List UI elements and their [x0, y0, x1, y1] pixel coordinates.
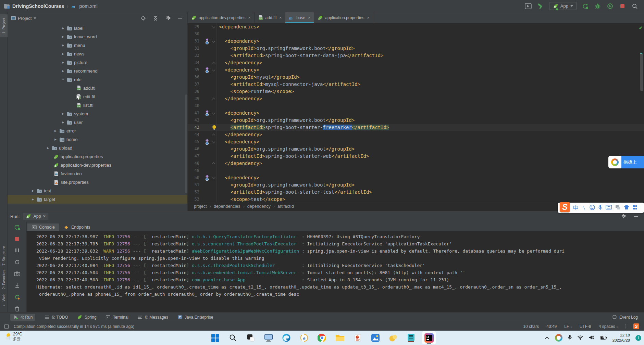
taskbar-app-notebook[interactable] [404, 331, 418, 344]
code-line-40[interactable]: 40 [188, 102, 644, 110]
fold-close-icon[interactable] [212, 162, 215, 166]
code-line-50[interactable]: 50 <dependency> [188, 174, 644, 181]
code-line-41[interactable]: 41 <dependency> [188, 110, 644, 117]
tree-expand-arrow[interactable]: ▶ [53, 138, 58, 141]
profiler-icon[interactable] [606, 2, 614, 10]
pause-icon[interactable] [13, 247, 21, 254]
close-icon[interactable]: × [43, 214, 46, 219]
punctuation-icon[interactable]: ’, [582, 205, 586, 211]
taskbar-clock[interactable]: 22:18 2022/6/28 [612, 333, 630, 343]
encoding-select[interactable]: UTF-8 [580, 324, 591, 329]
gear-icon[interactable] [619, 213, 627, 220]
tree-item-recommend[interactable]: ▶recommend [8, 67, 187, 75]
fold-marker-slot[interactable] [210, 110, 217, 117]
tab-application-dev.properties[interactable]: application-dev.properties× [188, 12, 255, 23]
notification-badge[interactable]: 1 [635, 335, 641, 341]
fold-marker-slot[interactable] [210, 196, 217, 202]
tree-item-test[interactable]: ▶test [8, 187, 187, 195]
stripe-tool-button[interactable]: 2: Favorites [0, 268, 8, 291]
fold-marker-slot[interactable] [210, 45, 217, 52]
fold-open-icon[interactable] [212, 68, 215, 71]
chinese-mode-icon[interactable] [573, 205, 579, 211]
tree-item-home[interactable]: ▶home [8, 135, 187, 144]
clear-all-icon[interactable] [13, 305, 21, 312]
rerun-icon[interactable] [13, 223, 21, 231]
fold-marker-slot[interactable] [210, 174, 217, 181]
project-name[interactable]: DrivingSchoolCourses [12, 3, 64, 9]
editor-scrollbar[interactable] [640, 53, 643, 91]
fold-close-icon[interactable] [212, 98, 215, 101]
build-hammer-icon[interactable] [537, 2, 544, 10]
tree-expand-arrow[interactable]: ▶ [61, 121, 65, 124]
gear-icon[interactable] [164, 14, 172, 22]
tree-expand-arrow[interactable]: ▶ [53, 129, 58, 132]
tree-item-target[interactable]: ▶target [8, 195, 187, 204]
tree-expand-arrow[interactable]: ▶ [46, 146, 50, 150]
rerun-icon[interactable] [582, 2, 589, 10]
debug-icon[interactable] [594, 2, 602, 10]
stripe-project-button[interactable]: 1: Project [0, 14, 8, 37]
tree-item-application-properties[interactable]: application.properties [8, 152, 187, 161]
tray-battery-icon[interactable] [600, 335, 607, 341]
code-line-33[interactable]: 33 <artifactId>spring-boot-starter-data-… [188, 52, 644, 59]
fold-marker-slot[interactable] [210, 23, 217, 30]
code-line-30[interactable]: 30 [188, 30, 644, 38]
sogou-status-icon[interactable]: S [633, 323, 639, 329]
tree-item-error[interactable]: ▶error [8, 127, 187, 135]
tree-item-add-ftl[interactable]: <>add.ftl [8, 84, 187, 92]
tool-button-6-todo[interactable]: 6: TODO [44, 315, 68, 320]
tree-item-favicon-ico[interactable]: favicon.ico [8, 169, 187, 178]
tree-expand-arrow[interactable]: ▶ [61, 27, 65, 30]
view-tab-endpoints[interactable]: Endpoints [60, 223, 95, 231]
tree-expand-arrow[interactable]: ▶ [31, 189, 35, 192]
close-icon[interactable]: × [279, 15, 282, 20]
sogou-logo-icon[interactable]: S [560, 202, 570, 212]
background-tasks-icon[interactable] [3, 323, 10, 330]
breadcrumb-item-artifactId[interactable]: artifactId [277, 204, 294, 209]
stripe-more-icon[interactable]: » [0, 303, 8, 307]
fold-marker-slot[interactable] [210, 167, 217, 174]
thread-dump-icon[interactable] [13, 270, 21, 277]
taskbar-app-photos[interactable] [369, 331, 382, 344]
tree-item-news[interactable]: ▶news [8, 50, 187, 58]
fold-marker-slot[interactable] [210, 30, 217, 38]
code-editor[interactable]: 29<dependencies>3031 <dependency>32 <gro… [188, 23, 644, 202]
fold-marker-slot[interactable] [210, 66, 217, 74]
collapse-all-icon[interactable] [152, 14, 159, 22]
fold-marker-slot[interactable] [210, 81, 217, 88]
fold-marker-slot[interactable] [210, 181, 217, 189]
tree-expand-arrow[interactable]: ▶ [61, 35, 65, 38]
tray-chevron-up-icon[interactable] [545, 335, 549, 341]
breadcrumb-item-dependency[interactable]: dependency [247, 204, 271, 209]
taskbar-app-edge[interactable] [280, 331, 293, 344]
taskbar-app-powerpoint[interactable] [351, 331, 364, 344]
fold-open-icon[interactable] [212, 111, 215, 114]
tab-add.ftl[interactable]: <>add.ftl× [255, 12, 286, 23]
code-line-47[interactable]: 47 <artifactId>spring-boot-starter-web</… [188, 153, 644, 160]
code-line-29[interactable]: 29<dependencies> [188, 23, 644, 30]
taskbar-weather[interactable]: 29°C 多云 [5, 332, 22, 342]
status-chars[interactable]: 10 chars [523, 324, 539, 329]
taskbar-app-file-explorer[interactable] [333, 331, 347, 344]
tree-item-user[interactable]: ▶user [8, 118, 187, 127]
code-line-51[interactable]: 51 <groupId>org.springframework.boot</gr… [188, 181, 644, 189]
hide-panel-icon[interactable] [176, 14, 184, 22]
code-line-49[interactable]: 49 [188, 167, 644, 174]
fold-open-icon[interactable] [212, 176, 215, 179]
tree-expand-arrow[interactable]: ▶ [61, 44, 65, 47]
taskbar-app-intellij-idea[interactable]: IJ [422, 331, 436, 344]
tree-item-upload[interactable]: ▶upload [8, 144, 187, 152]
tray-volume-icon[interactable] [589, 335, 595, 341]
fold-marker-slot[interactable] [210, 117, 217, 124]
tool-button-spring[interactable]: Spring [77, 315, 97, 320]
fold-marker-slot[interactable] [210, 102, 217, 110]
tool-button-java-enterprise[interactable]: EJava Enterprise [177, 315, 213, 320]
code-line-38[interactable]: 38 <scope>runtime</scope> [188, 88, 644, 95]
code-line-43[interactable]: 43 <artifactId>spring-boot-starter-freem… [188, 124, 644, 131]
code-line-48[interactable]: 48 </dependency> [188, 160, 644, 167]
tool-button-0-messages[interactable]: 0: Messages [137, 315, 168, 320]
fold-marker-slot[interactable] [210, 38, 217, 45]
file-name[interactable]: pom.xml [79, 3, 98, 9]
stripe-tool-button[interactable]: Web [0, 292, 8, 303]
close-icon[interactable]: × [308, 15, 310, 20]
